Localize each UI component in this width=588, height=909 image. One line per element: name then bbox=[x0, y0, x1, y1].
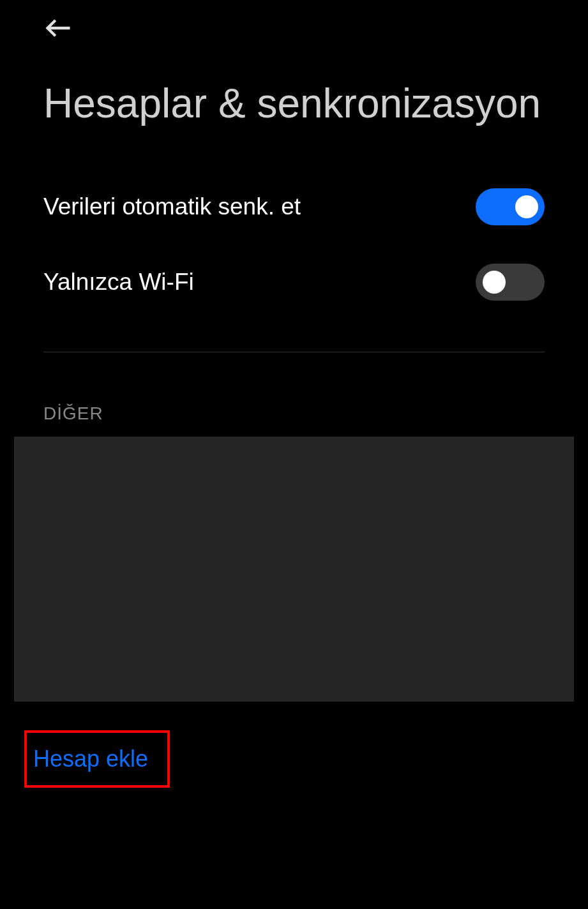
back-button[interactable] bbox=[43, 13, 74, 43]
wifi-only-toggle[interactable] bbox=[476, 264, 545, 301]
page-title: Hesaplar & senkronizasyon bbox=[0, 44, 588, 169]
arrow-left-icon bbox=[45, 15, 72, 41]
auto-sync-setting[interactable]: Verileri otomatik senk. et bbox=[43, 169, 545, 244]
toggle-knob bbox=[515, 195, 538, 218]
toggle-knob bbox=[483, 271, 506, 294]
auto-sync-label: Verileri otomatik senk. et bbox=[43, 193, 301, 220]
add-account-button[interactable]: Hesap ekle bbox=[24, 730, 170, 788]
wifi-only-label: Yalnızca Wi-Fi bbox=[43, 269, 194, 296]
accounts-list-placeholder bbox=[14, 437, 574, 702]
divider bbox=[43, 352, 545, 352]
auto-sync-toggle[interactable] bbox=[476, 188, 545, 225]
wifi-only-setting[interactable]: Yalnızca Wi-Fi bbox=[43, 244, 545, 320]
other-section-header: DİĞER bbox=[43, 403, 545, 424]
